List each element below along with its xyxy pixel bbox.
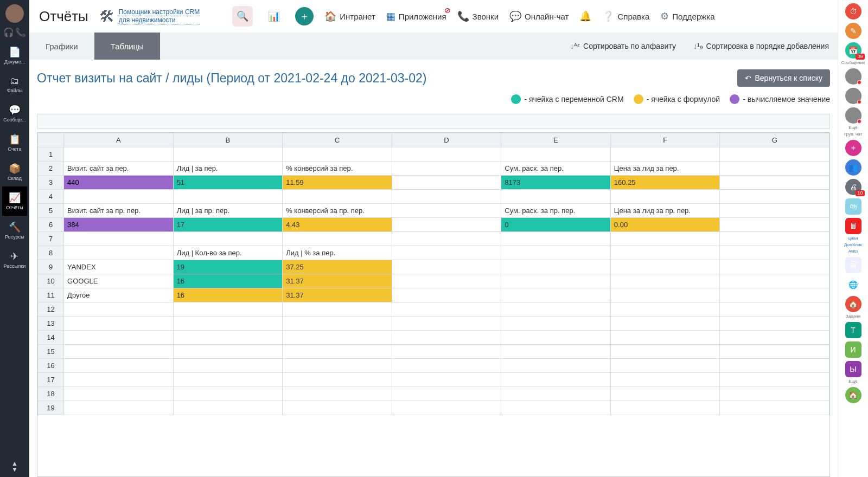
sort-added-button[interactable]: ↓¹₉Сортировка в порядке добавления	[685, 33, 838, 60]
cell-A6[interactable]: 384	[64, 218, 174, 232]
nav-support[interactable]: ⚙Поддержка	[660, 10, 714, 22]
cell-G19[interactable]	[720, 401, 829, 415]
cell-G6[interactable]	[720, 218, 829, 232]
cell-G2[interactable]	[720, 162, 829, 176]
formula-bar[interactable]	[37, 114, 830, 129]
right-rail-button-5[interactable]	[845, 107, 861, 124]
cell-E8[interactable]	[501, 246, 611, 260]
cell-A8[interactable]	[64, 246, 174, 260]
cell-F7[interactable]	[610, 232, 720, 246]
sheet-table[interactable]: ABCDEFG12Визит. сайт за пер.Лид | за пер…	[37, 133, 829, 415]
sidebar-item-6[interactable]: 🔨Ресурсы	[2, 216, 27, 245]
cell-D12[interactable]	[392, 302, 501, 317]
row-header-8[interactable]: 8	[38, 246, 64, 260]
cell-D2[interactable]	[392, 162, 501, 176]
row-header-4[interactable]: 4	[38, 190, 64, 204]
cell-F11[interactable]	[610, 288, 720, 302]
cell-G5[interactable]	[720, 204, 829, 218]
cell-F15[interactable]	[610, 345, 720, 359]
row-header-6[interactable]: 6	[38, 218, 64, 232]
right-rail-button-2[interactable]: 📅39	[845, 42, 861, 59]
cell-G1[interactable]	[720, 147, 829, 162]
row-header-9[interactable]: 9	[38, 260, 64, 274]
cell-C1[interactable]	[283, 147, 392, 162]
cell-D3[interactable]	[392, 176, 501, 190]
cell-F16[interactable]	[610, 359, 720, 373]
user-avatar[interactable]	[5, 4, 24, 23]
cell-E9[interactable]	[501, 260, 611, 274]
cell-E7[interactable]	[501, 232, 611, 246]
cell-D13[interactable]	[392, 317, 501, 331]
cell-G3[interactable]	[720, 176, 829, 190]
sidebar-item-7[interactable]: ✈Рассылки	[2, 245, 27, 274]
cell-D4[interactable]	[392, 190, 501, 204]
cell-B10[interactable]: 16	[173, 274, 283, 288]
cell-A16[interactable]	[64, 359, 174, 373]
cell-C13[interactable]	[283, 317, 392, 331]
row-header-18[interactable]: 18	[38, 387, 64, 401]
cell-D11[interactable]	[392, 288, 501, 302]
sidebar-item-4[interactable]: 📦Склад	[2, 157, 27, 186]
right-rail-button-1[interactable]: ✎	[845, 23, 861, 39]
col-header-B[interactable]: B	[173, 133, 283, 147]
cell-D15[interactable]	[392, 345, 501, 359]
right-rail-button-0[interactable]: ⏱	[845, 3, 861, 20]
cell-D7[interactable]	[392, 232, 501, 246]
cell-E4[interactable]	[501, 190, 611, 204]
cell-A1[interactable]	[64, 147, 174, 162]
cell-A13[interactable]	[64, 317, 174, 331]
col-header-F[interactable]: F	[610, 133, 720, 147]
cell-G16[interactable]	[720, 359, 829, 373]
cell-E3[interactable]: 8173	[501, 176, 611, 190]
cell-D6[interactable]	[392, 218, 501, 232]
cell-C4[interactable]	[283, 190, 392, 204]
cell-C11[interactable]: 31.37	[283, 288, 392, 302]
right-rail-button-9[interactable]: 🖨10	[845, 179, 861, 195]
cell-C14[interactable]	[283, 331, 392, 345]
cell-E12[interactable]	[501, 302, 611, 317]
nav-help[interactable]: ❔Справка	[602, 10, 649, 22]
right-rail-button-15[interactable]: 🏠	[845, 296, 861, 312]
cell-D16[interactable]	[392, 359, 501, 373]
row-header-13[interactable]: 13	[38, 317, 64, 331]
cell-G18[interactable]	[720, 387, 829, 401]
right-rail-button-7[interactable]: ＋	[845, 140, 861, 156]
cell-D1[interactable]	[392, 147, 501, 162]
right-rail-button-14[interactable]: 🌐	[845, 276, 861, 293]
cell-A4[interactable]	[64, 190, 174, 204]
nav-notifications[interactable]: 🔔	[579, 10, 591, 22]
cell-B7[interactable]	[173, 232, 283, 246]
cell-E19[interactable]	[501, 401, 611, 415]
cell-A3[interactable]: 440	[64, 176, 174, 190]
cell-B16[interactable]	[173, 359, 283, 373]
cell-F14[interactable]	[610, 331, 720, 345]
cell-B6[interactable]: 17	[173, 218, 283, 232]
cell-A17[interactable]	[64, 373, 174, 387]
cell-A18[interactable]	[64, 387, 174, 401]
right-rail-button-4[interactable]	[845, 88, 861, 104]
cell-F18[interactable]	[610, 387, 720, 401]
cell-B11[interactable]: 16	[173, 288, 283, 302]
right-rail-button-16[interactable]: Т	[845, 322, 861, 338]
tab-Таблицы[interactable]: Таблицы	[94, 33, 160, 60]
cell-B18[interactable]	[173, 387, 283, 401]
telephony-icons[interactable]: 🎧📞	[3, 27, 26, 37]
cell-F17[interactable]	[610, 373, 720, 387]
right-rail-button-19[interactable]: 🏠	[845, 387, 861, 403]
cell-G10[interactable]	[720, 274, 829, 288]
nav-calls[interactable]: 📞Звонки	[457, 10, 499, 22]
cell-G15[interactable]	[720, 345, 829, 359]
cell-C6[interactable]: 4.43	[283, 218, 392, 232]
row-header-17[interactable]: 17	[38, 373, 64, 387]
cell-F3[interactable]: 160.25	[610, 176, 720, 190]
tab-Графики[interactable]: Графики	[29, 33, 94, 60]
cell-B15[interactable]	[173, 345, 283, 359]
cell-G12[interactable]	[720, 302, 829, 317]
cell-C15[interactable]	[283, 345, 392, 359]
cell-A19[interactable]	[64, 401, 174, 415]
nav-chat[interactable]: 💬Онлайн-чат	[509, 10, 569, 22]
cell-G7[interactable]	[720, 232, 829, 246]
crm-helper-link[interactable]: 🛠 Помощник настройки CRM для недвижимост…	[99, 8, 200, 25]
cell-C2[interactable]: % конверсий за пер.	[283, 162, 392, 176]
stats-button[interactable]: 📊	[264, 6, 284, 27]
